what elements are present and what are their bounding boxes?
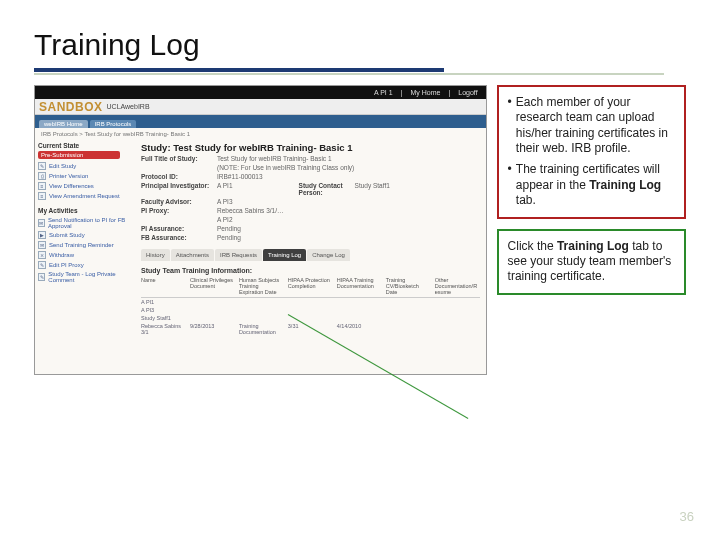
annotation-text-3: Click the Training Log tab to see your s…	[508, 239, 672, 284]
pi-assurance-value: Pending	[217, 225, 241, 232]
sidebar-item-view-amend[interactable]: ≡View Amendment Request	[38, 191, 132, 201]
tab-attachments[interactable]: Attachments	[171, 249, 214, 261]
table-row: A PI1	[141, 298, 480, 306]
annotation-text-1: Each member of your research team can up…	[516, 95, 675, 156]
annotation-text-2: The training certificates will appear in…	[516, 162, 675, 208]
nav-tab-home[interactable]: webIRB Home	[39, 120, 88, 128]
study-tabs: History Attachments IRB Requests Trainin…	[141, 249, 480, 261]
app-topbar: A PI 1 | My Home | Logoff	[35, 86, 486, 99]
table-row: Study Staff1	[141, 314, 480, 322]
faculty-advisor-value: A PI3	[217, 198, 233, 205]
table-row: A PI3	[141, 306, 480, 314]
pi-proxy-label: PI Proxy:	[141, 207, 211, 214]
sidebar-activity-submit[interactable]: ▶Submit Study	[38, 230, 132, 240]
tab-training-log[interactable]: Training Log	[263, 249, 306, 261]
full-title-label: Full Title of Study:	[141, 155, 211, 162]
bullet-icon: •	[508, 162, 512, 208]
full-title-value: Test Study for webIRB Training- Basic 1	[217, 155, 332, 162]
annotation-box-green: Click the Training Log tab to see your s…	[497, 229, 686, 295]
topbar-home-link[interactable]: My Home	[410, 89, 440, 96]
training-table-header-row: Name Clinical Privileges Document Human …	[141, 277, 480, 298]
pi-value: A PI1	[217, 182, 233, 196]
pi-proxy-value: Rebecca Sabins 3/1/…	[217, 207, 283, 214]
sidebar-activity-training-reminder[interactable]: ✉Send Training Reminder	[38, 240, 132, 250]
fb-assurance-value: Pending	[217, 234, 241, 241]
sidebar-activity-notify[interactable]: ✉Send Notification to PI for FB Approval	[38, 216, 132, 230]
breadcrumb: IRB Protocols > Test Study for webIRB Tr…	[35, 128, 486, 140]
left-sidebar: Current State Pre-Submission ✎Edit Study…	[35, 140, 135, 350]
study-contact-value: Study Staff1	[355, 182, 390, 196]
bullet-icon: •	[508, 95, 512, 156]
faculty-advisor-label: Faculty Advisor:	[141, 198, 211, 205]
protocol-id-value: IRB#11-000013	[217, 173, 263, 180]
study-title: Study: Test Study for webIRB Training- B…	[141, 142, 480, 153]
tab-irb-requests[interactable]: IRB Requests	[215, 249, 262, 261]
topbar-logoff-link[interactable]: Logoff	[458, 89, 477, 96]
current-state-heading: Current State	[38, 142, 132, 149]
my-activities-heading: My Activities	[38, 207, 132, 214]
pi-assurance-label: PI Assurance:	[141, 225, 211, 232]
page-number: 36	[680, 509, 694, 524]
brand-banner: SANDBOX UCLAwebIRB	[35, 99, 486, 115]
title-rule-light	[34, 73, 664, 75]
sidebar-item-view-diff[interactable]: ≡View Differences	[38, 181, 132, 191]
training-table-heading: Study Team Training Information:	[141, 261, 480, 277]
sidebar-activity-withdraw[interactable]: ⨯Withdraw	[38, 250, 132, 260]
study-note: (NOTE: For Use in webIRB Training Class …	[217, 164, 354, 171]
topbar-user: A PI 1	[374, 89, 393, 96]
primary-nav: webIRB Home IRB Protocols	[35, 115, 486, 128]
nav-tab-protocols[interactable]: IRB Protocols	[90, 120, 137, 128]
study-contact-label: Study Contact Person:	[299, 182, 349, 196]
app-screenshot: A PI 1 | My Home | Logoff SANDBOX UCLAwe…	[34, 85, 487, 375]
protocol-id-label: Protocol ID:	[141, 173, 211, 180]
sidebar-activity-edit-proxy[interactable]: ✎Edit PI Proxy	[38, 260, 132, 270]
table-row: Rebecca Sabins 3/1 9/28/2013 Training Do…	[141, 322, 480, 336]
fb-assurance-label: FB Assurance:	[141, 234, 211, 241]
sidebar-item-edit-study[interactable]: ✎Edit Study	[38, 161, 132, 171]
brand-logo-text: SANDBOX	[39, 100, 103, 114]
brand-sub-text: UCLAwebIRB	[107, 103, 150, 110]
annotation-column: • Each member of your research team can …	[497, 85, 686, 295]
title-rule-dark	[34, 68, 444, 72]
sidebar-activity-log-comment[interactable]: ✎Study Team - Log Private Comment	[38, 270, 132, 284]
sidebar-item-printer[interactable]: ⎙Printer Version	[38, 171, 132, 181]
pi-label: Principal Investigator:	[141, 182, 211, 196]
pi-proxy-value2: A PI2	[217, 216, 233, 223]
page-title: Training Log	[34, 28, 686, 62]
tab-history[interactable]: History	[141, 249, 170, 261]
tab-change-log[interactable]: Change Log	[307, 249, 350, 261]
annotation-box-red: • Each member of your research team can …	[497, 85, 686, 219]
state-pill: Pre-Submission	[38, 151, 120, 159]
study-body: Study: Test Study for webIRB Training- B…	[135, 140, 486, 350]
